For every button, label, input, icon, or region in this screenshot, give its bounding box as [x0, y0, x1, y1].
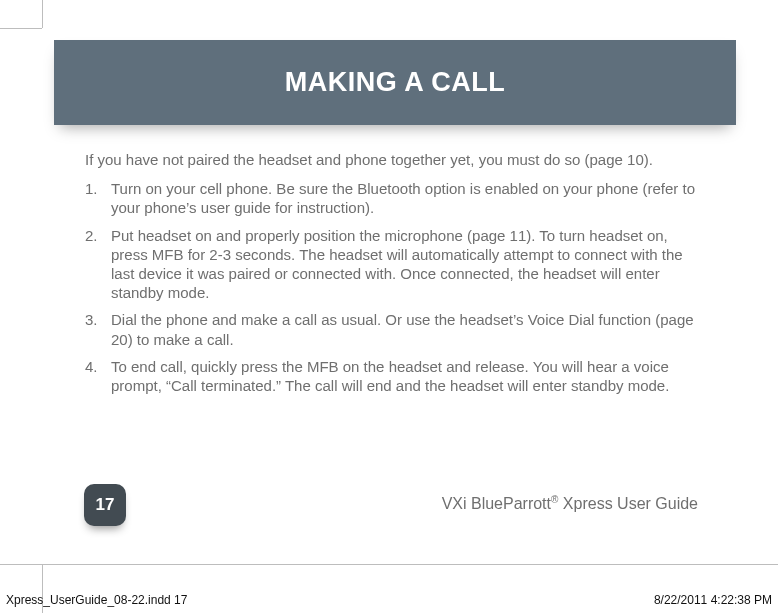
step-text: Put headset on and properly position the…: [111, 226, 705, 303]
slug-file: Xpress_UserGuide_08-22.indd 17: [6, 593, 187, 607]
step-text: Dial the phone and make a call as usual.…: [111, 310, 705, 348]
step-number: 4.: [85, 357, 111, 395]
body-content: If you have not paired the headset and p…: [85, 150, 705, 403]
list-item: 1. Turn on your cell phone. Be sure the …: [85, 179, 705, 217]
step-number: 2.: [85, 226, 111, 303]
slug-timestamp: 8/22/2011 4:22:38 PM: [654, 593, 772, 607]
step-number: 1.: [85, 179, 111, 217]
step-text: Turn on your cell phone. Be sure the Blu…: [111, 179, 705, 217]
list-item: 4. To end call, quickly press the MFB on…: [85, 357, 705, 395]
crop-mark: [0, 564, 778, 565]
page-title: MAKING A CALL: [285, 67, 505, 98]
guide-prefix: VXi BlueParrott: [442, 495, 551, 512]
footer: 17 VXi BlueParrott® Xpress User Guide: [70, 478, 720, 536]
guide-suffix: Xpress User Guide: [558, 495, 698, 512]
list-item: 2. Put headset on and properly position …: [85, 226, 705, 303]
steps-list: 1. Turn on your cell phone. Be sure the …: [85, 179, 705, 395]
guide-name: VXi BlueParrott® Xpress User Guide: [442, 494, 698, 513]
crop-mark: [0, 28, 42, 29]
header-banner: MAKING A CALL: [54, 40, 736, 125]
intro-text: If you have not paired the headset and p…: [85, 150, 705, 169]
crop-mark: [42, 0, 43, 28]
slug-line: Xpress_UserGuide_08-22.indd 17 8/22/2011…: [6, 593, 772, 607]
list-item: 3. Dial the phone and make a call as usu…: [85, 310, 705, 348]
page-number-badge: 17: [84, 484, 126, 526]
step-number: 3.: [85, 310, 111, 348]
step-text: To end call, quickly press the MFB on th…: [111, 357, 705, 395]
